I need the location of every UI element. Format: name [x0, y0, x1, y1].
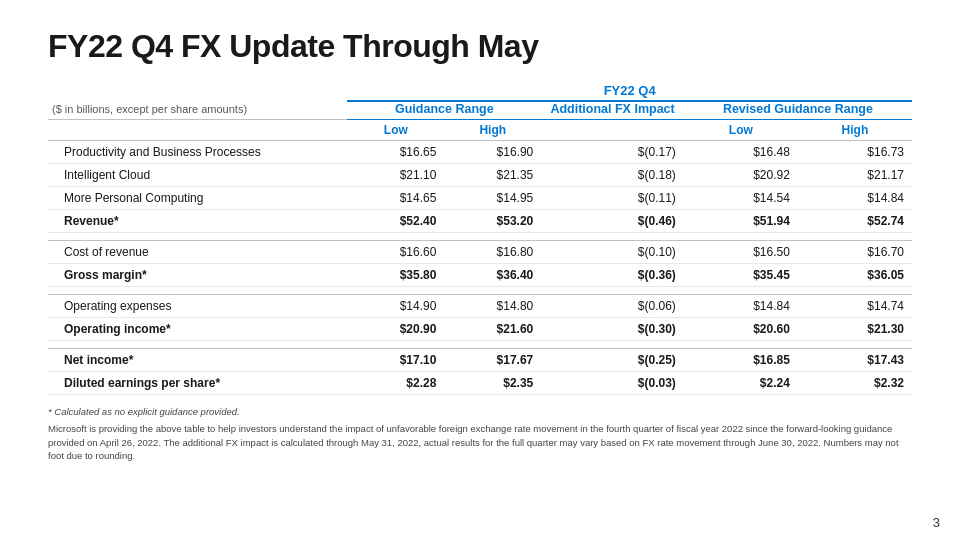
guidance-high: $36.40: [444, 264, 541, 287]
row-label: Gross margin*: [48, 264, 347, 287]
guidance-low: $20.90: [347, 318, 444, 341]
fx-impact: $(0.18): [541, 164, 684, 187]
guidance-low: $35.80: [347, 264, 444, 287]
guidance-low-header: Low: [347, 120, 444, 141]
guidance-high: $53.20: [444, 210, 541, 233]
revised-low: $14.54: [684, 187, 798, 210]
guidance-low: $14.90: [347, 295, 444, 318]
revised-low: $16.50: [684, 241, 798, 264]
revised-guidance-header: Revised Guidance Range: [684, 101, 912, 120]
fx-impact: $(0.03): [541, 372, 684, 395]
guidance-low: $52.40: [347, 210, 444, 233]
footnote-line1: * Calculated as no explicit guidance pro…: [48, 405, 908, 418]
guidance-high: $14.95: [444, 187, 541, 210]
guidance-high: $14.80: [444, 295, 541, 318]
fx-impact: $(0.17): [541, 141, 684, 164]
table-row: More Personal Computing $14.65 $14.95 $(…: [48, 187, 912, 210]
guidance-low: $16.60: [347, 241, 444, 264]
guidance-high: $2.35: [444, 372, 541, 395]
spacer-row: [48, 233, 912, 241]
fx-impact: $(0.11): [541, 187, 684, 210]
revised-low: $35.45: [684, 264, 798, 287]
revised-high: $52.74: [798, 210, 912, 233]
guidance-high: $16.90: [444, 141, 541, 164]
table-row: Operating expenses $14.90 $14.80 $(0.06)…: [48, 295, 912, 318]
fx-impact: $(0.10): [541, 241, 684, 264]
revised-high: $16.73: [798, 141, 912, 164]
guidance-low: $2.28: [347, 372, 444, 395]
fx-impact-subheader: [541, 120, 684, 141]
revised-high: $2.32: [798, 372, 912, 395]
row-label: Revenue*: [48, 210, 347, 233]
row-label: Operating expenses: [48, 295, 347, 318]
revised-high-header: High: [798, 120, 912, 141]
empty-label-header: [48, 83, 347, 101]
col-group-header-row: ($ in billions, except per share amounts…: [48, 101, 912, 120]
spacer-row: [48, 287, 912, 295]
guidance-high: $21.35: [444, 164, 541, 187]
revised-low: $51.94: [684, 210, 798, 233]
row-label: Diluted earnings per share*: [48, 372, 347, 395]
revised-high: $36.05: [798, 264, 912, 287]
revised-high: $16.70: [798, 241, 912, 264]
table-row: Productivity and Business Processes $16.…: [48, 141, 912, 164]
revised-high: $21.30: [798, 318, 912, 341]
table-row: Intelligent Cloud $21.10 $21.35 $(0.18) …: [48, 164, 912, 187]
guidance-range-header: Guidance Range: [347, 101, 541, 120]
page: FY22 Q4 FX Update Through May FY22 Q4 ($: [0, 0, 960, 546]
spacer-row: [48, 341, 912, 349]
table-row: Operating income* $20.90 $21.60 $(0.30) …: [48, 318, 912, 341]
fx-impact: $(0.06): [541, 295, 684, 318]
additional-fx-header: Additional FX Impact: [541, 101, 684, 120]
row-label: Cost of revenue: [48, 241, 347, 264]
table-row: Net income* $17.10 $17.67 $(0.25) $16.85…: [48, 349, 912, 372]
guidance-low: $21.10: [347, 164, 444, 187]
row-label: Net income*: [48, 349, 347, 372]
fy22q4-header-row: FY22 Q4: [48, 83, 912, 101]
table-row: Gross margin* $35.80 $36.40 $(0.36) $35.…: [48, 264, 912, 287]
page-title: FY22 Q4 FX Update Through May: [48, 28, 912, 65]
table-body: Productivity and Business Processes $16.…: [48, 141, 912, 395]
data-table: FY22 Q4 ($ in billions, except per share…: [48, 83, 912, 395]
revised-low: $20.60: [684, 318, 798, 341]
row-label: Productivity and Business Processes: [48, 141, 347, 164]
row-label: Intelligent Cloud: [48, 164, 347, 187]
guidance-high: $21.60: [444, 318, 541, 341]
table-wrap: FY22 Q4 ($ in billions, except per share…: [48, 83, 912, 395]
guidance-high: $17.67: [444, 349, 541, 372]
fx-impact: $(0.30): [541, 318, 684, 341]
revised-high: $14.84: [798, 187, 912, 210]
sub-header-row: Low High Low High: [48, 120, 912, 141]
guidance-high-header: High: [444, 120, 541, 141]
page-number: 3: [933, 515, 940, 530]
revised-low: $20.92: [684, 164, 798, 187]
fx-impact: $(0.25): [541, 349, 684, 372]
guidance-low: $14.65: [347, 187, 444, 210]
guidance-high: $16.80: [444, 241, 541, 264]
revised-high: $14.74: [798, 295, 912, 318]
row-label: Operating income*: [48, 318, 347, 341]
guidance-low: $17.10: [347, 349, 444, 372]
row-label: More Personal Computing: [48, 187, 347, 210]
table-row: Revenue* $52.40 $53.20 $(0.46) $51.94 $5…: [48, 210, 912, 233]
guidance-low: $16.65: [347, 141, 444, 164]
revised-low: $16.48: [684, 141, 798, 164]
fx-impact: $(0.36): [541, 264, 684, 287]
footnote-line2: Microsoft is providing the above table t…: [48, 422, 908, 462]
footnote-section: * Calculated as no explicit guidance pro…: [48, 405, 908, 462]
revised-high: $17.43: [798, 349, 912, 372]
table-row: Cost of revenue $16.60 $16.80 $(0.10) $1…: [48, 241, 912, 264]
empty-subheader: [48, 120, 347, 141]
revised-low-header: Low: [684, 120, 798, 141]
table-row: Diluted earnings per share* $2.28 $2.35 …: [48, 372, 912, 395]
fx-impact: $(0.46): [541, 210, 684, 233]
revised-high: $21.17: [798, 164, 912, 187]
fy22q4-label: FY22 Q4: [347, 83, 912, 101]
revised-low: $2.24: [684, 372, 798, 395]
revised-low: $16.85: [684, 349, 798, 372]
subtitle-cell: ($ in billions, except per share amounts…: [48, 101, 347, 120]
revised-low: $14.84: [684, 295, 798, 318]
